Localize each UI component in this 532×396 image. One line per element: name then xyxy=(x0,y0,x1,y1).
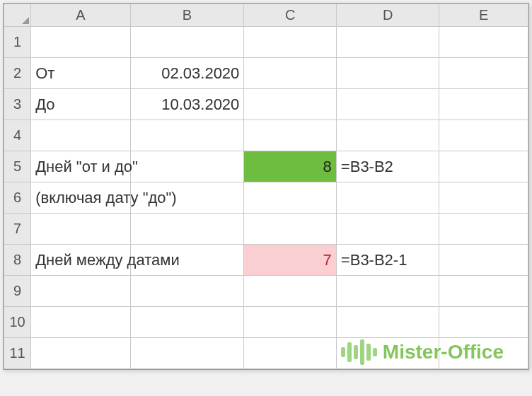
row-header-4[interactable]: 4 xyxy=(4,120,31,151)
column-header-E[interactable]: E xyxy=(439,4,528,27)
cell-A6[interactable]: (включая дату "до") xyxy=(31,182,131,214)
cell-B2[interactable]: 02.03.2020 xyxy=(130,58,244,89)
cell-D11[interactable] xyxy=(336,338,439,369)
cell-A9[interactable] xyxy=(31,276,131,307)
row-header-11[interactable]: 11 xyxy=(4,338,31,369)
cell-B11[interactable] xyxy=(130,338,244,369)
cell-D1[interactable] xyxy=(336,27,439,58)
spreadsheet[interactable]: A B C D E 1 2 От 02.03.2020 xyxy=(3,3,529,370)
cell-D7[interactable] xyxy=(336,214,439,245)
cell-C4[interactable] xyxy=(244,120,337,151)
cell-E5[interactable] xyxy=(439,151,528,182)
cell-B9[interactable] xyxy=(130,276,244,307)
cell-B7[interactable] xyxy=(130,214,244,245)
cell-A11[interactable] xyxy=(31,338,131,369)
cell-C6[interactable] xyxy=(244,182,337,214)
select-all-corner[interactable] xyxy=(4,4,31,27)
row-header-1[interactable]: 1 xyxy=(4,27,31,58)
row-4: 4 xyxy=(4,120,528,151)
column-header-C[interactable]: C xyxy=(244,4,337,27)
cell-D9[interactable] xyxy=(336,276,439,307)
cell-C7[interactable] xyxy=(244,214,337,245)
cell-E7[interactable] xyxy=(439,214,528,245)
cell-D8-text: =B3-B2-1 xyxy=(341,251,407,269)
cell-A2[interactable]: От xyxy=(31,58,131,89)
cell-A1[interactable] xyxy=(31,27,131,58)
cell-A4[interactable] xyxy=(31,120,131,151)
cell-C3[interactable] xyxy=(244,89,337,120)
row-header-10[interactable]: 10 xyxy=(4,307,31,338)
cell-D5[interactable]: =B3-B2 xyxy=(336,151,439,182)
row-header-9[interactable]: 9 xyxy=(4,276,31,307)
cell-C2[interactable] xyxy=(244,58,337,89)
row-header-5[interactable]: 5 xyxy=(4,151,31,182)
cell-D8[interactable]: =B3-B2-1 xyxy=(336,245,439,276)
cell-B1[interactable] xyxy=(130,27,244,58)
column-header-D[interactable]: D xyxy=(336,4,439,27)
cell-B3[interactable]: 10.03.2020 xyxy=(130,89,244,120)
cell-A8[interactable]: Дней между датами xyxy=(31,245,131,276)
column-header-row: A B C D E xyxy=(4,4,528,27)
cell-C9[interactable] xyxy=(244,276,337,307)
cell-B10[interactable] xyxy=(130,307,244,338)
cell-C5[interactable]: 8 xyxy=(244,151,337,182)
cell-E6[interactable] xyxy=(439,182,528,214)
cell-C11[interactable] xyxy=(244,338,337,369)
row-2: 2 От 02.03.2020 xyxy=(4,58,528,89)
cell-A3[interactable]: До xyxy=(31,89,131,120)
row-header-6[interactable]: 6 xyxy=(4,182,31,214)
cell-A6-text: (включая дату "до") xyxy=(35,189,177,207)
cell-C1[interactable] xyxy=(244,27,337,58)
cell-D5-text: =B3-B2 xyxy=(341,158,393,176)
row-header-3[interactable]: 3 xyxy=(4,89,31,120)
cell-A5[interactable]: Дней "от и до" xyxy=(31,151,131,182)
cell-D6[interactable] xyxy=(336,182,439,214)
column-header-A[interactable]: A xyxy=(31,4,131,27)
cell-E11[interactable] xyxy=(439,338,528,369)
cell-E3[interactable] xyxy=(439,89,528,120)
row-header-8[interactable]: 8 xyxy=(4,245,31,276)
cell-E2[interactable] xyxy=(439,58,528,89)
row-8: 8 Дней между датами 7 =B3-B2-1 xyxy=(4,245,528,276)
row-header-7[interactable]: 7 xyxy=(4,214,31,245)
cell-D3[interactable] xyxy=(336,89,439,120)
cell-D2[interactable] xyxy=(336,58,439,89)
cell-B4[interactable] xyxy=(130,120,244,151)
row-3: 3 До 10.03.2020 xyxy=(4,89,528,120)
cell-A5-text: Дней "от и до" xyxy=(35,158,138,176)
cell-D4[interactable] xyxy=(336,120,439,151)
row-header-2[interactable]: 2 xyxy=(4,58,31,89)
row-10: 10 xyxy=(4,307,528,338)
cell-E9[interactable] xyxy=(439,276,528,307)
cell-A7[interactable] xyxy=(31,214,131,245)
cell-A8-text: Дней между датами xyxy=(35,251,180,269)
row-9: 9 xyxy=(4,276,528,307)
row-6: 6 (включая дату "до") xyxy=(4,182,528,214)
cell-E8[interactable] xyxy=(439,245,528,276)
row-1: 1 xyxy=(4,27,528,58)
cell-E10[interactable] xyxy=(439,307,528,338)
cell-D10[interactable] xyxy=(336,307,439,338)
cell-A10[interactable] xyxy=(31,307,131,338)
cell-C10[interactable] xyxy=(244,307,337,338)
row-11: 11 xyxy=(4,338,528,369)
column-header-B[interactable]: B xyxy=(130,4,244,27)
row-5: 5 Дней "от и до" 8 =B3-B2 xyxy=(4,151,528,182)
cell-B5[interactable] xyxy=(130,151,244,182)
cell-C8[interactable]: 7 xyxy=(244,245,337,276)
row-7: 7 xyxy=(4,214,528,245)
grid[interactable]: A B C D E 1 2 От 02.03.2020 xyxy=(4,4,528,369)
cell-E4[interactable] xyxy=(439,120,528,151)
cell-E1[interactable] xyxy=(439,27,528,58)
